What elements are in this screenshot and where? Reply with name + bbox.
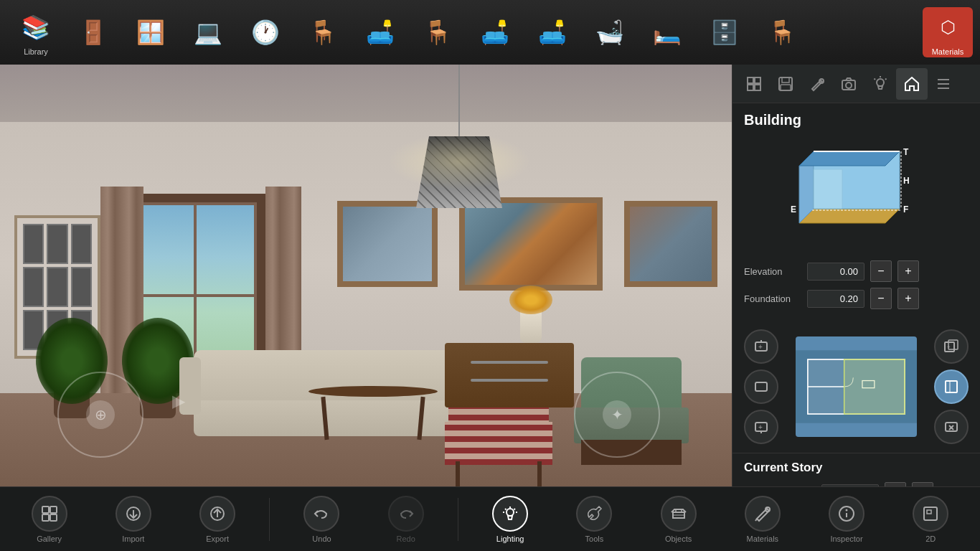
dresser-handle-2 bbox=[471, 379, 548, 382]
artwork-3 bbox=[624, 201, 717, 287]
svg-text:+: + bbox=[758, 423, 763, 431]
select-story-button[interactable] bbox=[744, 369, 778, 404]
toolbar-sofa1[interactable]: 🛋️ bbox=[466, 4, 524, 61]
add-story-below-icon: + bbox=[753, 419, 769, 435]
toolbar-tub[interactable]: 🛁 bbox=[581, 4, 639, 61]
toolbar-clock[interactable]: 🕐 bbox=[237, 4, 294, 61]
toolbar-window[interactable]: 🪟 bbox=[122, 4, 179, 61]
bottom-import[interactable]: Import bbox=[101, 491, 166, 548]
tub-icon: 🛁 bbox=[591, 14, 628, 51]
elevation-input[interactable] bbox=[807, 263, 864, 281]
copy-story-button[interactable]: + bbox=[934, 329, 969, 364]
tab-save[interactable] bbox=[770, 68, 801, 100]
toolbar-sofa2[interactable]: 🛋️ bbox=[524, 4, 581, 61]
bottom-objects[interactable]: Objects bbox=[646, 491, 711, 548]
elevation-increase-button[interactable]: + bbox=[897, 260, 919, 282]
bottom-undo[interactable]: Undo bbox=[289, 491, 354, 548]
export-label: Export bbox=[206, 534, 229, 543]
inspector-icon bbox=[829, 496, 864, 532]
blueprint-svg bbox=[796, 336, 917, 437]
bottom-export[interactable]: Export bbox=[185, 491, 250, 548]
svg-rect-0 bbox=[748, 77, 753, 83]
foundation-label: Foundation bbox=[744, 293, 801, 304]
toolbar-laptop[interactable]: 💻 bbox=[179, 4, 237, 61]
elevation-row: Elevation − + bbox=[744, 260, 969, 282]
blueprint-preview[interactable] bbox=[796, 336, 917, 437]
lighting-icon bbox=[492, 496, 528, 532]
svg-rect-47 bbox=[50, 507, 57, 513]
joystick-left-center[interactable]: ⊕ bbox=[86, 400, 115, 429]
list-icon bbox=[936, 76, 951, 92]
door-icon: 🚪 bbox=[75, 14, 112, 51]
toolbar-armchair1[interactable]: 🛋️ bbox=[352, 4, 409, 61]
label-T: T bbox=[903, 147, 909, 157]
tab-select[interactable] bbox=[738, 68, 770, 100]
materials-label: Materials bbox=[932, 47, 964, 56]
joystick-left[interactable]: ⊕ bbox=[57, 372, 143, 458]
add-story-above-button[interactable]: + bbox=[744, 329, 778, 364]
bottom-inspector[interactable]: Inspector bbox=[814, 491, 879, 548]
toolbar-door[interactable]: 🚪 bbox=[65, 4, 122, 61]
chair1-icon: 🪑 bbox=[304, 14, 341, 51]
gallery-label: Gallery bbox=[37, 534, 62, 543]
export-icon-svg bbox=[209, 505, 226, 522]
foundation-decrease-button[interactable]: − bbox=[870, 288, 892, 309]
joystick-right[interactable]: ✦ bbox=[574, 372, 660, 458]
toolbar-chair3[interactable]: 🪑 bbox=[753, 4, 811, 61]
bottom-gallery[interactable]: Gallery bbox=[17, 491, 82, 548]
label-E: E bbox=[791, 204, 796, 215]
toolbar-bed[interactable]: 🛏️ bbox=[639, 4, 696, 61]
striped-chair-seat bbox=[445, 422, 552, 465]
elevation-decrease-button[interactable]: − bbox=[870, 260, 892, 282]
svg-rect-28 bbox=[755, 382, 767, 391]
bottom-lighting[interactable]: Lighting bbox=[478, 491, 542, 548]
tab-list[interactable] bbox=[928, 68, 959, 100]
toolbar-materials[interactable]: ⬡ Materials bbox=[923, 7, 973, 57]
redo-icon bbox=[388, 496, 424, 532]
add-story-below-button[interactable]: + bbox=[744, 410, 778, 444]
bottom-toolbar: Gallery Import Export bbox=[0, 486, 980, 551]
toolbar-library[interactable]: 📚 Library bbox=[7, 4, 65, 61]
top-toolbar: 📚 Library 🚪 🪟 💻 🕐 🪑 🛋️ 🪑 🛋️ 🛋️ 🛁 🛏️ 🗄️ 🪑 bbox=[0, 0, 980, 65]
tab-light[interactable] bbox=[864, 68, 896, 100]
edit-layout-button[interactable] bbox=[934, 369, 969, 404]
toolbar-chair2[interactable]: 🪑 bbox=[409, 4, 466, 61]
tab-home[interactable] bbox=[896, 68, 928, 100]
bed-icon: 🛏️ bbox=[649, 14, 686, 51]
armchair1-icon: 🛋️ bbox=[362, 14, 399, 51]
svg-rect-48 bbox=[42, 514, 49, 521]
svg-rect-5 bbox=[782, 77, 789, 83]
tools-icon-svg bbox=[585, 505, 603, 522]
tab-camera[interactable] bbox=[833, 68, 864, 100]
objects-icon-svg bbox=[670, 505, 687, 522]
delete-story-icon bbox=[943, 419, 959, 435]
current-story-title: Current Story bbox=[744, 461, 969, 475]
nav-arrow-right[interactable]: ▶ bbox=[172, 391, 185, 411]
delete-story-button[interactable] bbox=[934, 410, 969, 444]
tab-paint[interactable] bbox=[801, 68, 833, 100]
joystick-right-center[interactable]: ✦ bbox=[603, 400, 631, 429]
export-icon bbox=[199, 496, 235, 532]
building-section: Building T H E F bbox=[732, 103, 980, 324]
window-icon: 🪟 bbox=[132, 14, 169, 51]
svg-marker-21 bbox=[814, 169, 842, 209]
2d-icon-svg bbox=[922, 505, 939, 522]
toolbar-dresser[interactable]: 🗄️ bbox=[696, 4, 753, 61]
toolbar-chair1[interactable]: 🪑 bbox=[294, 4, 352, 61]
svg-line-13 bbox=[875, 78, 876, 80]
building-title: Building bbox=[744, 112, 969, 128]
viewport[interactable]: ⊕ ▶ ✦ bbox=[0, 65, 732, 551]
inspector-icon-svg bbox=[838, 505, 855, 522]
bottom-tools[interactable]: Tools bbox=[562, 491, 626, 548]
foundation-input[interactable] bbox=[807, 290, 864, 308]
label-F: F bbox=[903, 204, 908, 215]
bottom-materials[interactable]: Materials bbox=[730, 491, 795, 548]
svg-point-9 bbox=[846, 83, 852, 88]
bottom-redo[interactable]: Redo bbox=[374, 491, 438, 548]
foundation-increase-button[interactable]: + bbox=[897, 288, 919, 309]
bottom-2d[interactable]: 2D bbox=[898, 491, 963, 548]
svg-point-66 bbox=[846, 509, 848, 511]
lighting-icon-svg bbox=[501, 505, 519, 522]
panel-tabs bbox=[732, 65, 980, 103]
sofa1-icon: 🛋️ bbox=[476, 14, 514, 51]
